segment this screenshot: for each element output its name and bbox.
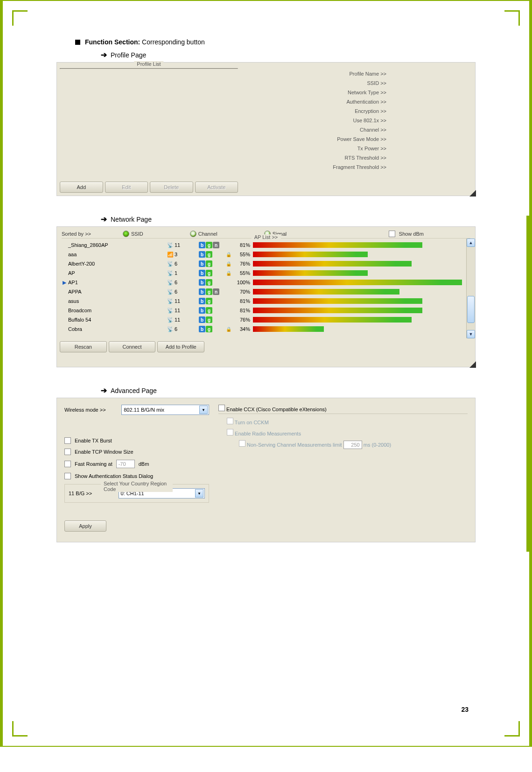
bg-label: 11 B/G >> (69, 491, 92, 496)
mode-badge-b: b (199, 288, 205, 295)
ap-modes: bg (199, 307, 226, 314)
add-button[interactable]: Add (60, 182, 103, 193)
ap-row[interactable]: aaa📶3bg55% (57, 250, 475, 259)
ap-channel: 📡6 (167, 289, 199, 295)
tx-burst-checkbox[interactable] (64, 437, 71, 444)
detail-network-type: Network Type >> (245, 90, 470, 95)
add-to-profile-button[interactable]: Add to Profile (157, 341, 204, 352)
activate-button[interactable]: Activate (195, 182, 238, 193)
apply-button[interactable]: Apply (64, 520, 106, 532)
antenna-icon: 📶 (167, 252, 174, 258)
ap-row[interactable]: asus📡11bg81% (57, 296, 475, 306)
ap-modes: bg (199, 260, 226, 267)
cckm-checkbox (227, 418, 233, 424)
collapse-icon[interactable] (469, 190, 476, 197)
mode-badge-g: g (206, 316, 212, 323)
signal-bar (253, 298, 475, 304)
profile-list-box[interactable] (60, 68, 238, 69)
antenna-icon: 📡 (167, 289, 174, 295)
fast-roaming-value[interactable]: -70 (116, 460, 135, 468)
mode-badge-b: b (199, 298, 205, 304)
ap-row[interactable]: _Shiang_2860AP📡11bgn81% (57, 240, 475, 250)
ap-row[interactable]: Cobra📡6bg34% (57, 324, 475, 334)
arrow-icon: ➔ (101, 50, 107, 59)
mode-badge-b: b (199, 316, 205, 323)
show-auth-checkbox[interactable] (64, 473, 71, 479)
rescan-button[interactable]: Rescan (60, 341, 107, 352)
profile-list-label: Profile List (134, 61, 163, 67)
antenna-icon: 📡 (167, 326, 174, 332)
ap-modes: bg (199, 270, 226, 276)
connect-button[interactable]: Connect (109, 341, 156, 352)
tcp-window-checkbox[interactable] (64, 449, 71, 455)
sort-ssid-option[interactable]: SSID (123, 231, 143, 237)
ap-list[interactable]: _Shiang_2860AP📡11bgn81%aaa📶3bg55%AlbertY… (57, 239, 475, 338)
ap-row[interactable]: Broadcom📡11bg81% (57, 306, 475, 315)
mode-badge-b: b (199, 251, 205, 258)
radio-icon (123, 231, 129, 237)
signal-bar (253, 270, 475, 276)
ap-channel: 📡6 (167, 326, 199, 332)
mode-badge-g: g (206, 251, 212, 258)
nonserv-unit: ms (0-2000) (364, 442, 391, 448)
ap-modes: bg (199, 251, 226, 258)
section-title-bold: Function Section: (85, 38, 140, 46)
ap-modes: bg (199, 298, 226, 304)
wireless-mode-value: 802.11 B/G/N mix (124, 407, 164, 413)
mode-badge-g: g (206, 279, 212, 286)
mode-badge-b: b (199, 307, 205, 314)
ap-channel: 📡6 (167, 280, 199, 286)
show-auth-label: Show Authentication Status Dialog (75, 473, 153, 479)
ap-name: Cobra (67, 326, 167, 332)
show-dbm-label: Show dBm (399, 231, 424, 237)
signal-bar (253, 252, 475, 257)
detail-8021x: Use 802.1x >> (245, 118, 470, 123)
scroll-up-icon[interactable]: ▲ (467, 239, 475, 247)
show-dbm-checkbox[interactable] (389, 231, 395, 237)
detail-channel: Channel >> (245, 127, 470, 133)
detail-fragment: Fragment Threshold >> (245, 164, 470, 170)
lock-icon (226, 270, 232, 276)
signal-percent: 100% (232, 280, 253, 285)
detail-tx-power: Tx Power >> (245, 146, 470, 151)
ap-row[interactable]: ▶AP1📡6bg100% (57, 278, 475, 287)
ap-modes: bg (199, 326, 226, 332)
signal-percent: 81% (232, 242, 253, 248)
ap-name: asus (67, 298, 167, 304)
signal-percent: 81% (232, 298, 253, 304)
fast-roaming-checkbox[interactable] (64, 461, 71, 467)
mode-badge-n: n (213, 288, 219, 295)
ap-name: AP1 (67, 280, 167, 285)
signal-bar (253, 280, 475, 285)
scrollbar[interactable]: ▲ ▼ (466, 239, 475, 338)
sort-channel-option[interactable]: Channel (190, 231, 217, 237)
ap-row[interactable]: APPA📡6bgn70% (57, 287, 475, 296)
ap-row[interactable]: Buffalo 54📡11bg76% (57, 315, 475, 324)
signal-percent: 34% (232, 326, 253, 332)
advanced-panel: Wireless mode >> 802.11 B/G/N mix ▼ Enab… (56, 398, 476, 542)
mode-badge-b: b (199, 270, 205, 276)
ap-row[interactable]: AlbertY-200📡6bg76% (57, 259, 475, 268)
mode-badge-g: g (206, 288, 212, 295)
wireless-mode-select[interactable]: 802.11 B/G/N mix ▼ (121, 405, 209, 415)
edit-button[interactable]: Edit (105, 182, 148, 193)
scroll-down-icon[interactable]: ▼ (467, 330, 475, 338)
antenna-icon: 📡 (167, 317, 174, 323)
collapse-icon[interactable] (469, 361, 476, 368)
signal-bar (253, 261, 475, 267)
ap-name: _Shiang_2860AP (67, 242, 167, 248)
section-title: Function Section: Corresponding button (85, 38, 205, 46)
detail-power-save: Power Save Mode >> (245, 136, 470, 142)
mode-badge-n: n (213, 242, 219, 248)
ap-row[interactable]: AP📡1bg55% (57, 268, 475, 278)
ap-name: AP (67, 270, 167, 276)
tx-burst-label: Enable TX Burst (75, 438, 112, 443)
profile-page-label: Profile Page (111, 51, 146, 59)
mode-badge-b: b (199, 279, 205, 286)
signal-percent: 55% (232, 270, 253, 276)
ap-channel: 📡11 (167, 242, 199, 248)
ap-name: Broadcom (67, 308, 167, 313)
delete-button[interactable]: Delete (150, 182, 193, 193)
scroll-thumb[interactable] (467, 296, 475, 323)
ccx-enable-checkbox[interactable] (218, 405, 225, 411)
